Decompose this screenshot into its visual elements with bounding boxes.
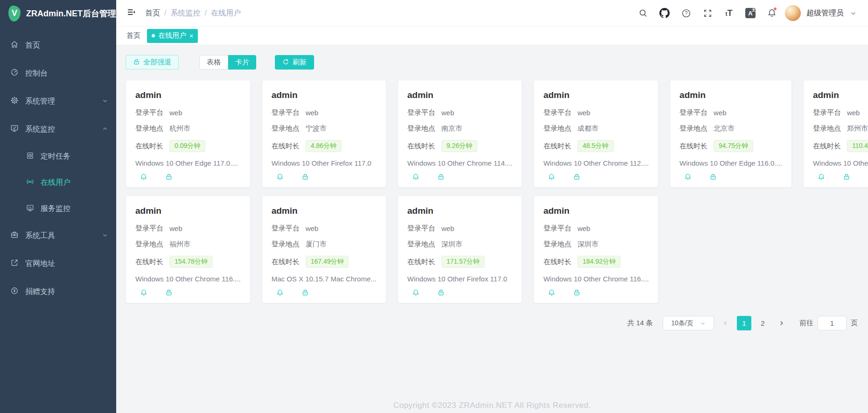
breadcrumb-online-users: 在线用户 [211,8,241,18]
app-logo-row[interactable]: V ZRAdmin.NET后台管理 [0,0,116,27]
breadcrumb-separator: / [204,9,206,17]
force-logout-lock-icon[interactable] [437,289,445,296]
notify-user-bell-icon[interactable] [140,289,147,296]
sidebar-item-online-users[interactable]: 在线用户 [0,169,116,196]
view-card-button[interactable]: 卡片 [228,55,256,70]
sidebar-item-official-site[interactable]: 官网地址 [0,250,116,278]
refresh-icon [282,58,289,67]
browser-info: Windows 10 Other Chrome 114.... [407,159,513,167]
login-platform-value: web [169,224,182,232]
page-size-select[interactable]: 10条/页 [663,316,714,330]
view-table-button[interactable]: 表格 [199,55,228,70]
login-platform-value: web [847,109,860,117]
sidebar-item-scheduled-tasks[interactable]: 定时任务 [0,143,116,169]
notify-user-bell-icon[interactable] [818,173,825,181]
force-logout-all-button[interactable]: 全部强退 [126,55,179,70]
online-duration-label: 在线时长 [135,142,163,151]
help-icon[interactable]: ? [678,5,694,21]
browser-info: Windows 10 Other Chrome 112.... [543,159,649,167]
force-logout-lock-icon[interactable] [573,173,581,181]
online-user-card: admin 登录平台 web 登录地点 杭州市 在线时长 0.09分钟 Wind… [126,80,251,188]
force-logout-lock-icon[interactable] [843,173,850,181]
online-duration-badge: 94.75分钟 [714,140,753,152]
fullscreen-icon[interactable] [699,5,716,21]
prev-page-button[interactable] [718,316,733,330]
browser-info: Windows 10 Other Firefox 117.0 [407,275,513,283]
sidebar-item-label: 在线用户 [41,178,108,188]
online-user-card: admin 登录平台 web 登录地点 深圳市 在线时长 171.57分钟 Wi… [398,196,523,303]
next-page-button[interactable] [774,316,789,330]
breadcrumb-home[interactable]: 首页 [145,8,160,18]
sidebar-item-system-monitor[interactable]: 系统监控 [0,115,116,143]
notify-user-bell-icon[interactable] [548,173,555,181]
tab-home[interactable]: 首页 [126,31,140,40]
refresh-button[interactable]: 刷新 [275,55,314,70]
tab-close-icon[interactable]: × [189,33,193,39]
timer-icon [26,152,34,161]
force-logout-lock-icon[interactable] [165,173,173,181]
page-number-2[interactable]: 2 [756,316,770,330]
donate-icon [10,287,19,297]
login-location-value: 深圳市 [441,240,462,249]
online-duration-label: 在线时长 [407,258,435,266]
notify-user-bell-icon[interactable] [140,173,147,181]
sidebar-item-system-admin[interactable]: 系统管理 [0,87,116,115]
notify-user-bell-icon[interactable] [276,173,284,181]
sidebar-item-service-monitor[interactable]: 服务监控 [0,196,116,222]
notify-user-bell-icon[interactable] [276,289,284,296]
breadcrumb-separator: / [164,9,166,17]
online-user-card: admin 登录平台 web 登录地点 郑州市 在线时长 110.48分钟 Wi… [803,80,868,188]
online-duration-badge: 48.5分钟 [577,140,613,152]
card-actions [272,173,377,181]
collapse-sidebar-button[interactable] [124,5,139,21]
tab-active-dot [152,34,155,37]
refresh-label: 刷新 [293,58,307,67]
card-username: admin [272,90,377,100]
notify-user-bell-icon[interactable] [684,173,692,181]
card-actions [135,289,241,296]
login-platform-label: 登录平台 [135,224,163,233]
avatar[interactable] [785,5,801,21]
dashboard-icon [10,68,19,78]
force-logout-lock-icon[interactable] [165,289,173,296]
user-name[interactable]: 超级管理员 [806,8,844,18]
login-location-value: 深圳市 [577,240,598,249]
notify-user-bell-icon[interactable] [412,173,420,181]
translate-icon[interactable]: A文 [742,5,759,21]
login-location-label: 登录地点 [543,124,571,133]
sidebar-item-home[interactable]: 首页 [0,31,116,59]
online-duration-badge: 171.57分钟 [441,256,485,268]
card-actions [135,173,241,181]
app-title: ZRAdmin.NET后台管理 [26,8,116,19]
online-duration-label: 在线时长 [135,258,163,266]
search-icon[interactable] [635,5,651,21]
chevron-down-icon [102,231,108,240]
notify-user-bell-icon[interactable] [412,289,420,296]
sidebar-item-system-tools[interactable]: 系统工具 [0,222,116,250]
bell-icon[interactable] [763,5,780,21]
goto-page-input[interactable] [818,316,847,330]
notify-user-bell-icon[interactable] [548,289,555,296]
monitor-check-icon [10,124,19,134]
force-logout-lock-icon[interactable] [437,173,445,181]
tab-label: 在线用户 [158,31,186,40]
user-menu-chevron-icon[interactable] [848,5,858,21]
force-logout-lock-icon[interactable] [573,289,581,296]
font-size-icon[interactable]: tT [721,5,737,21]
login-platform-value: web [714,109,727,117]
force-logout-lock-icon[interactable] [301,173,309,181]
card-username: admin [543,206,649,216]
force-logout-lock-icon[interactable] [709,173,717,181]
github-icon[interactable] [656,5,673,21]
card-username: admin [813,90,868,100]
browser-info: Windows 10 Other Firefox 117.0 [272,159,377,167]
sidebar-menu: 首页 控制台 系统管理 系统监控 定时任务 在线用户 服务监控 [0,27,116,306]
force-logout-lock-icon[interactable] [301,289,309,296]
page-number-1[interactable]: 1 [737,316,751,330]
tab-online-users[interactable]: 在线用户 × [147,29,198,43]
card-actions [272,289,377,296]
sidebar-item-console[interactable]: 控制台 [0,59,116,87]
login-location-value: 北京市 [714,124,735,133]
login-platform-label: 登录平台 [543,224,571,233]
sidebar-item-donate[interactable]: 捐赠支持 [0,278,116,306]
